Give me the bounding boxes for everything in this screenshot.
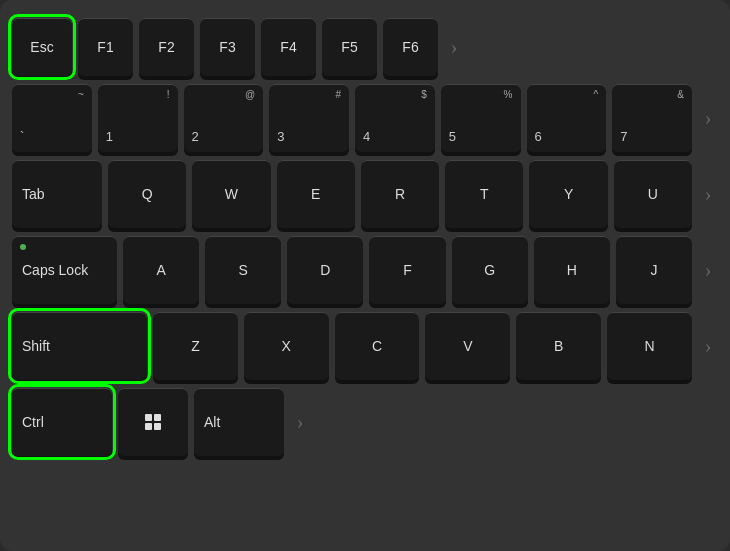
key-label-x: X: [282, 338, 291, 355]
key-t[interactable]: T: [445, 160, 523, 228]
key-lower-3: 3: [277, 129, 284, 144]
key-e[interactable]: E: [277, 160, 355, 228]
key-7[interactable]: & 7: [612, 84, 692, 152]
key-caps-lock[interactable]: Caps Lock: [12, 236, 117, 304]
key-label-w: W: [225, 186, 238, 203]
row-overflow: ›: [444, 36, 464, 59]
key-upper-amp: &: [677, 89, 684, 100]
key-f6[interactable]: F6: [383, 18, 438, 76]
key-ctrl-left[interactable]: Ctrl: [12, 388, 112, 456]
key-label-alt: Alt: [204, 414, 220, 431]
function-key-row: Esc F1 F2 F3 F4 F5 F6 ›: [12, 18, 718, 76]
windows-icon: [145, 414, 161, 430]
key-f3[interactable]: F3: [200, 18, 255, 76]
key-f1[interactable]: F1: [78, 18, 133, 76]
number-key-row: ~ ` ! 1 @ 2 # 3 $ 4 % 5 ^ 6 & 7: [12, 84, 718, 152]
key-w[interactable]: W: [192, 160, 270, 228]
key-label-b: B: [554, 338, 563, 355]
key-upper-exclaim: !: [167, 89, 170, 100]
key-c[interactable]: C: [335, 312, 420, 380]
key-upper-dollar: $: [421, 89, 427, 100]
qwerty-row: Tab Q W E R T Y U ›: [12, 160, 718, 228]
key-3[interactable]: # 3: [269, 84, 349, 152]
key-y[interactable]: Y: [529, 160, 607, 228]
key-label-shift: Shift: [22, 338, 50, 355]
key-1[interactable]: ! 1: [98, 84, 178, 152]
key-upper-tilde: ~: [78, 89, 84, 100]
key-q[interactable]: Q: [108, 160, 186, 228]
keyboard: Esc F1 F2 F3 F4 F5 F6 › ~ ` ! 1: [0, 0, 730, 551]
key-label-c: C: [372, 338, 382, 355]
key-label-esc: Esc: [30, 39, 53, 56]
asdf-row: Caps Lock A S D F G H J ›: [12, 236, 718, 304]
key-d[interactable]: D: [287, 236, 363, 304]
key-label-f1: F1: [97, 39, 113, 56]
key-f[interactable]: F: [369, 236, 445, 304]
row-overflow-6: ›: [290, 411, 310, 434]
key-label-j: J: [650, 262, 657, 279]
key-upper-at: @: [245, 89, 255, 100]
key-lower-backtick: `: [20, 129, 24, 144]
key-label-v: V: [463, 338, 472, 355]
key-2[interactable]: @ 2: [184, 84, 264, 152]
key-n[interactable]: N: [607, 312, 692, 380]
key-label-f6: F6: [402, 39, 418, 56]
key-label-r: R: [395, 186, 405, 203]
key-5[interactable]: % 5: [441, 84, 521, 152]
key-lower-7: 7: [620, 129, 627, 144]
key-backtick[interactable]: ~ `: [12, 84, 92, 152]
key-label-s: S: [239, 262, 248, 279]
key-label-z: Z: [191, 338, 200, 355]
key-label-tab: Tab: [22, 186, 45, 203]
key-esc[interactable]: Esc: [12, 18, 72, 76]
key-lower-6: 6: [535, 129, 542, 144]
key-label-caps-lock: Caps Lock: [22, 262, 88, 279]
caps-lock-indicator: [20, 244, 26, 250]
key-v[interactable]: V: [425, 312, 510, 380]
key-4[interactable]: $ 4: [355, 84, 435, 152]
key-label-h: H: [567, 262, 577, 279]
row-overflow-3: ›: [698, 183, 718, 206]
key-lower-4: 4: [363, 129, 370, 144]
key-upper-percent: %: [504, 89, 513, 100]
key-label-a: A: [156, 262, 165, 279]
key-label-y: Y: [564, 186, 573, 203]
key-j[interactable]: J: [616, 236, 692, 304]
key-label-f2: F2: [158, 39, 174, 56]
key-b[interactable]: B: [516, 312, 601, 380]
modifier-row: Ctrl Alt ›: [12, 388, 718, 456]
row-overflow-2: ›: [698, 107, 718, 130]
key-r[interactable]: R: [361, 160, 439, 228]
key-g[interactable]: G: [452, 236, 528, 304]
key-label-n: N: [644, 338, 654, 355]
key-6[interactable]: ^ 6: [527, 84, 607, 152]
key-label-ctrl: Ctrl: [22, 414, 44, 431]
key-label-t: T: [480, 186, 489, 203]
key-x[interactable]: X: [244, 312, 329, 380]
key-f5[interactable]: F5: [322, 18, 377, 76]
key-lower-1: 1: [106, 129, 113, 144]
key-f4[interactable]: F4: [261, 18, 316, 76]
key-label-g: G: [484, 262, 495, 279]
key-alt-left[interactable]: Alt: [194, 388, 284, 456]
key-label-f4: F4: [280, 39, 296, 56]
key-tab[interactable]: Tab: [12, 160, 102, 228]
key-shift-left[interactable]: Shift: [12, 312, 147, 380]
row-overflow-5: ›: [698, 335, 718, 358]
key-f2[interactable]: F2: [139, 18, 194, 76]
key-label-f: F: [403, 262, 412, 279]
key-h[interactable]: H: [534, 236, 610, 304]
key-label-d: D: [320, 262, 330, 279]
key-lower-2: 2: [192, 129, 199, 144]
key-win[interactable]: [118, 388, 188, 456]
key-label-u: U: [648, 186, 658, 203]
zxcv-row: Shift Z X C V B N ›: [12, 312, 718, 380]
key-label-f3: F3: [219, 39, 235, 56]
key-z[interactable]: Z: [153, 312, 238, 380]
key-label-f5: F5: [341, 39, 357, 56]
key-upper-caret: ^: [594, 89, 599, 100]
key-a[interactable]: A: [123, 236, 199, 304]
key-s[interactable]: S: [205, 236, 281, 304]
key-lower-5: 5: [449, 129, 456, 144]
key-u[interactable]: U: [614, 160, 692, 228]
